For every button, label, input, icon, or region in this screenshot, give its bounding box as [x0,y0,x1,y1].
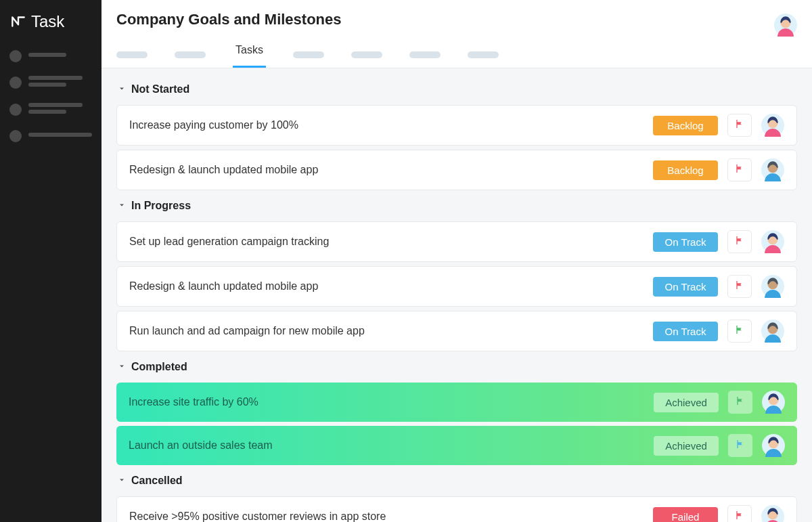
assignee-avatar[interactable] [761,320,784,343]
nav-item-placeholder[interactable] [0,69,102,96]
task-title: Launch an outside sales team [129,439,644,452]
task-row[interactable]: Increase paying customer by 100% Backlog [116,105,797,146]
caret-down-icon [118,200,126,212]
priority-flag[interactable] [727,230,752,253]
app-name: Task [31,12,64,31]
task-row[interactable]: Launch an outside sales team Achieved [116,426,797,465]
priority-flag[interactable] [727,320,752,343]
status-badge[interactable]: On Track [653,232,718,252]
nav-item-placeholder[interactable] [0,123,102,149]
priority-flag[interactable] [727,505,752,522]
flag-icon [734,280,745,293]
assignee-avatar[interactable] [761,230,784,253]
assignee-avatar[interactable] [762,391,785,414]
priority-flag[interactable] [728,391,752,414]
tab-placeholder[interactable] [175,51,206,58]
tab-placeholder[interactable] [409,51,441,58]
section-title: Completed [131,361,187,373]
assignee-avatar[interactable] [761,114,784,137]
task-list: Not Started Increase paying customer by … [102,68,812,522]
task-row[interactable]: Receive >95% positive customer reviews i… [116,496,797,522]
section-header[interactable]: In Progress [116,194,797,217]
logo-icon [9,13,27,30]
status-badge[interactable]: Achieved [654,393,719,412]
nav-dot-icon [9,130,22,142]
section-title: Cancelled [131,475,183,487]
task-row[interactable]: Redesign & launch updated mobile app Bac… [116,150,797,190]
current-user-avatar[interactable] [774,14,797,37]
main: Company Goals and Milestones Tasks Not S… [102,0,812,522]
task-row[interactable]: Redesign & launch updated mobile app On … [116,266,797,307]
flag-icon [734,163,745,177]
task-row[interactable]: Run launch and ad campaign for new mobil… [116,311,797,351]
tab-tasks[interactable]: Tasks [233,44,266,68]
nav-dot-icon [9,104,22,116]
task-row[interactable]: Increase site traffic by 60% Achieved [116,383,797,422]
page-title: Company Goals and Milestones [116,11,774,28]
assignee-avatar[interactable] [761,275,784,298]
assignee-avatar[interactable] [761,158,784,181]
nav-item-placeholder[interactable] [0,96,102,123]
task-title: Run launch and ad campaign for new mobil… [129,325,644,337]
priority-flag[interactable] [727,114,752,137]
caret-down-icon [118,83,126,95]
section-header[interactable]: Completed [116,355,797,378]
status-badge[interactable]: Achieved [654,436,719,456]
status-badge[interactable]: Failed [653,507,718,523]
status-badge[interactable]: On Track [653,322,718,341]
priority-flag[interactable] [727,275,752,298]
flag-icon [734,510,745,522]
nav-dot-icon [9,77,22,89]
assignee-avatar[interactable] [761,505,784,522]
caret-down-icon [118,475,126,487]
tab-placeholder[interactable] [351,51,382,58]
task-title: Receive >95% positive customer reviews i… [129,510,644,522]
status-badge[interactable]: On Track [653,277,718,297]
task-title: Set up lead generation campaign tracking [129,236,644,248]
assignee-avatar[interactable] [762,434,785,457]
section-title: In Progress [131,200,191,212]
priority-flag[interactable] [727,158,752,181]
header: Company Goals and Milestones Tasks [102,0,812,68]
flag-icon [734,235,745,248]
task-title: Redesign & launch updated mobile app [129,164,644,176]
task-title: Redesign & launch updated mobile app [129,280,644,292]
tab-placeholder[interactable] [116,51,148,58]
caret-down-icon [118,361,126,373]
nav-dot-icon [9,50,22,62]
section-header[interactable]: Not Started [116,78,797,101]
flag-icon [735,395,746,409]
task-title: Increase paying customer by 100% [129,119,644,131]
priority-flag[interactable] [728,434,752,457]
status-badge[interactable]: Backlog [653,160,718,180]
app-logo[interactable]: Task [0,5,102,43]
section-header[interactable]: Cancelled [116,469,797,492]
section-title: Not Started [131,83,189,95]
tab-placeholder[interactable] [293,51,324,58]
nav-item-placeholder[interactable] [0,43,102,69]
flag-icon [734,324,745,338]
task-title: Increase site traffic by 60% [129,396,644,408]
status-badge[interactable]: Backlog [653,116,718,135]
task-row[interactable]: Set up lead generation campaign tracking… [116,221,797,262]
tab-placeholder[interactable] [468,51,499,58]
flag-icon [735,439,746,452]
sidebar: Task [0,0,102,522]
tabs: Tasks [116,41,774,68]
flag-icon [734,118,745,132]
